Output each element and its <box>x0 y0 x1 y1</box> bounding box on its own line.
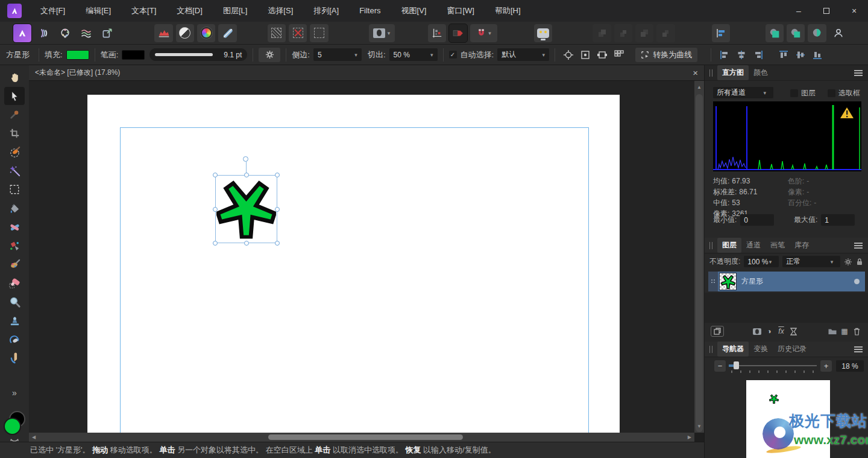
maximize-button[interactable] <box>813 0 840 22</box>
export-persona-button[interactable] <box>98 24 116 42</box>
cutout-dropdown[interactable]: 50 % ▾ <box>389 48 438 61</box>
show-origin-button[interactable] <box>577 48 593 62</box>
rotation-lock-button[interactable] <box>449 24 467 42</box>
scroll-right-icon[interactable]: ▶ <box>688 434 691 440</box>
contrast-button[interactable] <box>176 24 194 42</box>
smudge-tool-button[interactable] <box>4 349 25 367</box>
view-tool-button[interactable] <box>4 68 25 86</box>
align-left-button[interactable] <box>717 48 732 62</box>
document-close-icon[interactable]: × <box>693 68 698 78</box>
max-value-input[interactable]: 1 <box>821 214 855 226</box>
sides-dropdown[interactable]: 5 ▾ <box>313 48 362 61</box>
menu-select[interactable]: 选择[S] <box>257 0 303 22</box>
menu-layer[interactable]: 图层[L] <box>213 0 257 22</box>
mixer-brush-tool-button[interactable] <box>4 255 25 273</box>
undo-brush-tool-button[interactable] <box>4 330 25 348</box>
tab-history[interactable]: 历史记录 <box>773 342 811 357</box>
flood-select-tool-button[interactable] <box>4 162 25 180</box>
histogram-toggle-button[interactable] <box>154 24 172 42</box>
align-right-button[interactable] <box>750 48 766 62</box>
selection-handle[interactable] <box>244 173 249 177</box>
blend-options-gear-icon[interactable] <box>844 258 852 266</box>
selection-handle[interactable] <box>275 207 280 212</box>
rotation-handle[interactable] <box>243 156 248 162</box>
boolean-add-button[interactable] <box>766 24 784 42</box>
marquee-toggle-button[interactable] <box>310 24 328 42</box>
layer-effects-icon[interactable]: fx <box>775 326 787 337</box>
menu-file[interactable]: 文件[F] <box>30 0 75 22</box>
snapping-button[interactable]: ▾ <box>470 24 497 42</box>
convert-to-curves-button[interactable]: 转换为曲线 <box>635 48 697 62</box>
stroke-width-control[interactable]: 9.1 pt <box>149 48 247 61</box>
align-center-horizontal-button[interactable] <box>734 48 749 62</box>
menu-document[interactable]: 文档[D] <box>166 0 213 22</box>
panel-grip-icon[interactable] <box>709 69 712 77</box>
layer-visibility-toggle[interactable] <box>854 279 860 284</box>
alignment-button[interactable] <box>712 24 730 42</box>
panel-grip-icon[interactable] <box>709 346 712 353</box>
fill-color-well[interactable] <box>4 418 21 435</box>
box-handles-button[interactable] <box>594 48 610 62</box>
designer-persona-button[interactable] <box>13 24 31 42</box>
layer-checkbox[interactable] <box>790 89 798 97</box>
panel-menu-icon[interactable] <box>854 70 863 76</box>
mask-mode-button[interactable]: ▾ <box>369 24 395 42</box>
live-filter-icon[interactable] <box>787 326 799 337</box>
insert-behind-icon[interactable]: ▦ <box>838 326 851 337</box>
tab-brushes[interactable]: 画笔 <box>766 238 790 253</box>
stroke-width-slider[interactable] <box>155 53 213 56</box>
snap-grid-button[interactable] <box>428 24 446 42</box>
marquee-checkbox[interactable] <box>828 89 835 97</box>
horizontal-scrollbar[interactable]: ◀ ▶ <box>29 433 694 442</box>
document-tab-title[interactable]: <未命名> [已修改] (17.8%) <box>35 68 120 78</box>
zoom-slider-track[interactable] <box>729 365 817 366</box>
selection-handle[interactable] <box>213 241 218 246</box>
assistant-button[interactable] <box>534 24 552 42</box>
tab-color[interactable]: 颜色 <box>749 65 773 80</box>
boolean-subtract-button[interactable] <box>787 24 805 42</box>
selection-handle[interactable] <box>275 241 280 246</box>
vertical-scrollbar[interactable]: ▲ ▼ <box>694 81 704 433</box>
boolean-intersect-button[interactable] <box>808 24 826 42</box>
menu-filters[interactable]: Filters <box>349 0 391 22</box>
tab-channels[interactable]: 通道 <box>741 238 766 253</box>
move-tool-button[interactable] <box>4 87 25 105</box>
stroke-swatch[interactable] <box>122 50 145 60</box>
align-middle-vertical-button[interactable] <box>793 48 808 62</box>
layer-list-empty[interactable] <box>705 293 868 323</box>
pixel-persona-button[interactable] <box>34 24 52 42</box>
selection-handle[interactable] <box>275 173 280 177</box>
layer-row[interactable]: 方星形 <box>708 272 865 291</box>
tab-histogram[interactable]: 直方图 <box>717 65 749 80</box>
flood-fill-tool-button[interactable] <box>4 199 25 217</box>
pixel-tool-button[interactable] <box>4 237 25 255</box>
brush-slash-button[interactable] <box>218 24 236 42</box>
selection-fill-button[interactable] <box>268 24 286 42</box>
menu-edit[interactable]: 编辑[E] <box>75 0 121 22</box>
marquee-tool-button[interactable] <box>4 180 25 199</box>
menu-view[interactable]: 视图[V] <box>391 0 437 22</box>
align-bottom-button[interactable] <box>810 48 825 62</box>
scroll-down-icon[interactable]: ▼ <box>697 424 702 429</box>
scroll-left-icon[interactable]: ◀ <box>32 434 36 440</box>
mask-layer-icon[interactable] <box>751 326 763 337</box>
menu-window[interactable]: 窗口[W] <box>436 0 485 22</box>
zoom-out-button[interactable]: − <box>714 360 726 372</box>
selection-handle[interactable] <box>213 207 218 212</box>
color-wheel-button[interactable] <box>197 24 215 42</box>
stroke-settings-button[interactable] <box>259 48 280 62</box>
panel-menu-icon[interactable] <box>854 346 863 352</box>
menu-text[interactable]: 文本[T] <box>121 0 166 22</box>
zoom-tool-button[interactable] <box>4 293 25 311</box>
more-tools-button[interactable]: » <box>12 388 17 398</box>
min-value-input[interactable]: 0 <box>740 214 774 226</box>
menu-help[interactable]: 帮助[H] <box>485 0 531 22</box>
clone-stamp-tool-button[interactable] <box>4 311 25 329</box>
panel-grip-icon[interactable] <box>709 242 712 249</box>
tone-persona-button[interactable] <box>77 24 95 42</box>
navigator-thumbnail[interactable] <box>746 380 830 458</box>
deselect-button[interactable] <box>289 24 307 42</box>
blend-mode-dropdown[interactable]: 正常 ▾ <box>782 256 840 267</box>
scroll-up-icon[interactable]: ▲ <box>697 84 702 90</box>
account-button[interactable] <box>829 24 848 42</box>
